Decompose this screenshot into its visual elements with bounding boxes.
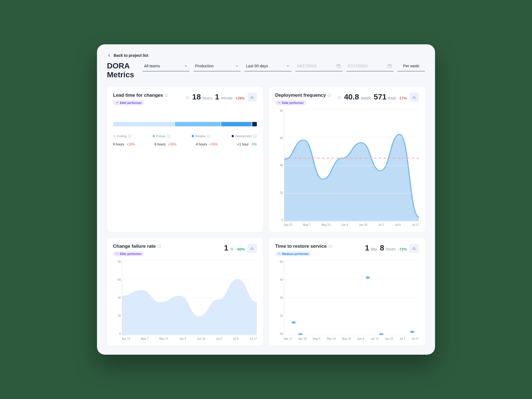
badge-label: Elite performer (120, 252, 142, 255)
page-title: DORA Metrics (107, 62, 137, 79)
svg-rect-0 (337, 65, 340, 68)
lead-time-min-unit: minute (221, 96, 232, 100)
deploy-total-unit: total (388, 96, 395, 100)
chart-toggle-button[interactable] (247, 244, 257, 253)
deploy-total: 571 (374, 93, 387, 101)
badge-elite-performer: Elite performer (113, 100, 144, 105)
date-end-value: 07/17/2024 (348, 64, 367, 68)
legend-item-deployment: Deployment (232, 134, 257, 138)
badge-label: Elite performer (120, 101, 142, 104)
date-start-input[interactable]: 04/17/2024 (295, 62, 342, 71)
restore-delta: -72% (398, 247, 407, 251)
restore-days-unit: day (371, 247, 377, 251)
deploy-per-week: 40.8 (344, 93, 359, 101)
card-lead-time-title: Lead time for changes (113, 93, 163, 98)
svg-point-13 (291, 321, 296, 324)
filter-team-label: All teams (144, 64, 160, 68)
speedometer-icon (278, 101, 281, 104)
lead-time-seg-deployment (252, 122, 257, 126)
failure-rate-unit: % (230, 247, 233, 251)
filter-granularity[interactable]: Per week (397, 62, 425, 71)
lead-time-stat-review: 4 hours+35% (196, 142, 218, 146)
chevron-down-icon (286, 64, 290, 68)
lead-time-seg-coding (113, 122, 174, 126)
deploy-frequency-metric: 40.8 /week 571 total -17% (337, 93, 419, 102)
failure-rate-metric: 1 % -50% (224, 244, 257, 253)
y-axis: 6d4d3d1d0d (275, 260, 283, 335)
badge-medium-performer: Medium performer (275, 251, 311, 256)
lead-time-bar (113, 122, 257, 126)
bar-chart-icon (412, 246, 416, 250)
lead-time-hours-unit: hours (203, 96, 212, 100)
filter-environment[interactable]: Production (193, 62, 241, 71)
chart-toggle-button[interactable] (410, 244, 419, 253)
svg-point-16 (379, 333, 383, 335)
filter-range[interactable]: Last 90 days (244, 62, 291, 71)
filter-granularity-label: Per week (403, 64, 419, 68)
header-row: DORA Metrics All teams Production Last 9… (107, 62, 425, 79)
x-axis: Apr 23May 7May 21Jun 4Jun 18Jul 2Jul 9Ju… (284, 223, 419, 226)
filter-bar: All teams Production Last 90 days 04/17/… (142, 62, 425, 71)
restore-hours: 8 (380, 244, 384, 252)
speedometer-icon (116, 252, 119, 255)
x-axis: Apr 17Apr 26May 5May 14May 26Jun 4Jun 13… (284, 337, 419, 340)
date-end-input[interactable]: 07/17/2024 (346, 62, 393, 71)
bar-chart-icon (250, 246, 254, 250)
calendar-icon (336, 64, 341, 68)
restore-chart: 6d4d3d1d0d Apr 17Apr 26May 5May 14May 26… (275, 260, 419, 340)
lead-time-delta: +28% (235, 96, 245, 100)
svg-point-17 (410, 331, 415, 333)
chevron-down-icon (184, 64, 188, 68)
svg-rect-1 (388, 65, 391, 68)
calendar-icon (387, 64, 392, 68)
failure-rate-chart: 806040200 Apr 23May 7May 21Jun 4Jun 18Ju… (113, 260, 257, 340)
lead-time-stat-pickup: 6 hours+28% (155, 142, 177, 146)
legend-item-review: Review (192, 134, 211, 138)
plot-area (122, 260, 257, 335)
legend-item-pickup: Pickup (153, 134, 171, 138)
deploy-per-week-unit: /week (361, 96, 371, 100)
bar-chart-icon (250, 95, 254, 99)
card-failure-rate: Change failure rate Elite performer 1 % … (107, 238, 263, 346)
lead-time-min: 1 (215, 93, 219, 101)
filter-team[interactable]: All teams (142, 62, 190, 71)
back-link[interactable]: Back to project list (107, 53, 425, 58)
card-deploy-frequency: Deployment frequency Elite performer 40.… (269, 87, 425, 232)
deploy-delta: -17% (398, 96, 407, 100)
chart-toggle-button[interactable] (247, 93, 257, 102)
plot-area (284, 260, 419, 335)
restore-metric: 1 day 8 hours -72% (365, 244, 419, 253)
y-axis: 806040200 (113, 260, 121, 335)
info-icon (186, 96, 190, 99)
failure-rate-value: 1 (224, 244, 229, 252)
lead-time-seg-pickup (175, 122, 221, 126)
chart-toggle-button[interactable] (410, 93, 419, 102)
badge-elite-performer: Elite performer (275, 100, 306, 105)
lead-time-legend: CodingPickupReviewDeployment (113, 134, 257, 138)
info-icon (328, 244, 332, 248)
card-deploy-frequency-title: Deployment frequency (275, 93, 326, 98)
speedometer-icon (116, 101, 119, 104)
speedometer-icon (278, 252, 281, 255)
x-axis: Apr 23May 7May 21Jun 4Jun 18Jul 2Jul 9Ju… (122, 337, 257, 340)
filter-range-label: Last 90 days (246, 64, 268, 68)
plot-area (284, 109, 419, 221)
svg-point-14 (298, 333, 303, 335)
lead-time-stat-deployment: <1 hour-5% (237, 142, 257, 146)
lead-time-stats: 8 hours+28%6 hours+28%4 hours+35%<1 hour… (113, 142, 257, 146)
card-restore-title: Time to restore service (275, 244, 327, 249)
info-icon (165, 93, 168, 97)
card-failure-rate-title: Change failure rate (113, 244, 156, 249)
legend-item-coding: Coding (113, 134, 132, 138)
info-icon (157, 244, 161, 248)
failure-rate-delta: -50% (236, 247, 245, 251)
badge-label: Medium performer (282, 252, 309, 255)
badge-elite-performer: Elite performer (113, 251, 144, 256)
filter-environment-label: Production (195, 64, 214, 68)
app-window: Back to project list DORA Metrics All te… (97, 44, 435, 355)
lead-time-seg-review (221, 122, 252, 126)
restore-hours-unit: hours (386, 247, 396, 251)
badge-label: Elite performer (282, 101, 304, 104)
date-start-value: 04/17/2024 (297, 64, 316, 68)
lead-time-metric: 18 hours 1 minute +28% (186, 93, 257, 102)
